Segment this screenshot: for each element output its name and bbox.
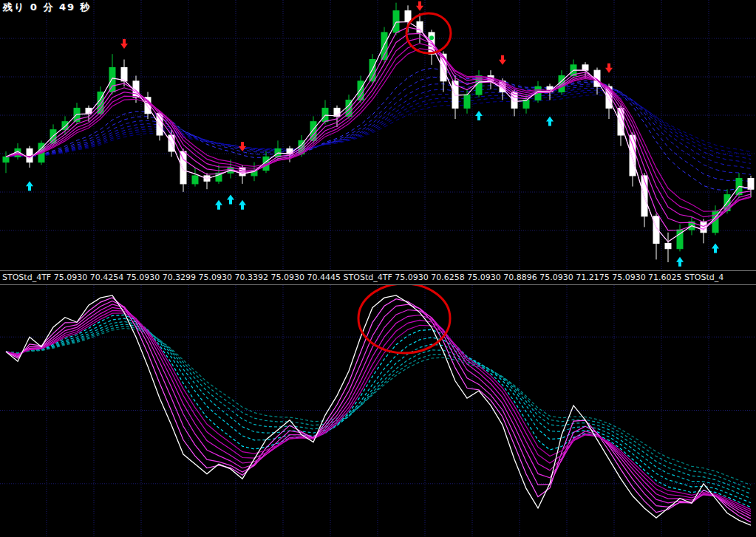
indicator-label-bar: STOStd_4TF 75.0930 70.4254 75.0930 70.32… [0,270,756,285]
stochastic-chart[interactable] [0,285,756,537]
mt4-chart-window: 残り 0 分 49 秒 STOStd_4TF 75.0930 70.4254 7… [0,0,756,537]
indicator-values-text: STOStd_4TF 75.0930 70.4254 75.0930 70.32… [2,273,723,282]
indicator-panel[interactable] [0,285,756,537]
price-chart-panel[interactable]: 残り 0 分 49 秒 [0,0,756,270]
candle-countdown-timer: 残り 0 分 49 秒 [3,1,92,14]
candlestick-chart[interactable] [0,0,756,270]
